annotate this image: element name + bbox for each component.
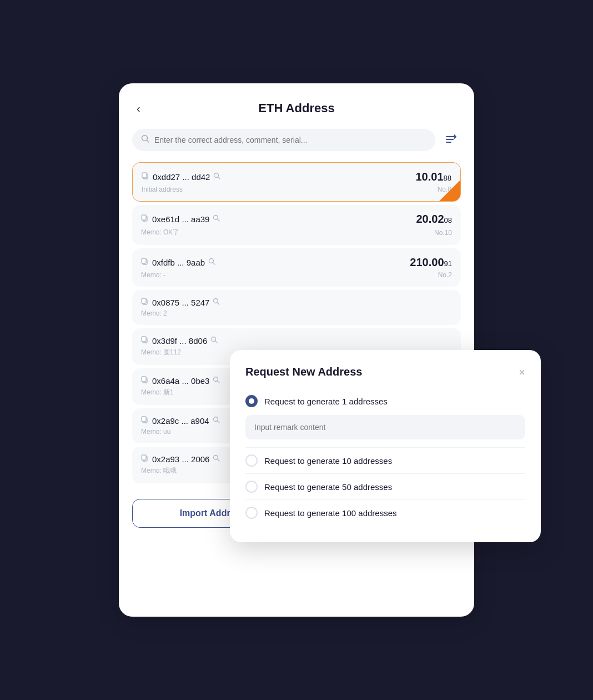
address-left: 0x6a4a ... 0be3 xyxy=(141,376,220,386)
address-item[interactable]: 0x0875 ... 5247 Memo: 2 xyxy=(132,290,461,325)
address-item-top: 0xe61d ... aa39 20.02 08 xyxy=(141,213,452,226)
option-label-0: Request to generate 1 addresses xyxy=(264,397,388,406)
address-left: 0x2a93 ... 2006 xyxy=(141,454,220,464)
address-left: 0xe61d ... aa39 xyxy=(141,214,220,224)
address-item-top: 0xdd27 ... dd42 10.01 88 xyxy=(142,171,451,183)
magnify-icon[interactable] xyxy=(213,376,220,386)
option-row[interactable]: Request to generate 1 addresses xyxy=(245,389,525,413)
modal-title: Request New Address xyxy=(245,366,362,378)
magnify-icon[interactable] xyxy=(213,416,220,426)
radio-3[interactable] xyxy=(245,507,258,519)
divider xyxy=(245,499,525,500)
memo-text: Memo: uu xyxy=(141,428,170,436)
search-row xyxy=(132,129,461,151)
address-string: 0x0875 ... 5247 xyxy=(152,298,209,307)
memo-text: Memo: 2 xyxy=(141,309,167,317)
svg-line-36 xyxy=(218,459,220,462)
address-item-bottom: Memo: 2 xyxy=(141,309,452,317)
address-number: No.2 xyxy=(438,271,452,279)
copy-icon[interactable] xyxy=(141,258,149,267)
copy-icon[interactable] xyxy=(141,416,149,426)
svg-rect-6 xyxy=(142,173,147,178)
copy-icon[interactable] xyxy=(141,336,149,346)
search-icon xyxy=(141,134,150,146)
filter-icon xyxy=(444,133,458,146)
copy-icon[interactable] xyxy=(141,376,149,386)
header: ‹ ETH Address xyxy=(132,101,461,116)
radio-2[interactable] xyxy=(245,481,258,493)
address-string: 0x3d9f ... 8d06 xyxy=(152,336,207,346)
option-row[interactable]: Request to generate 50 addresses xyxy=(245,475,525,498)
copy-icon[interactable] xyxy=(141,454,149,464)
memo-text: Memo: OK了 xyxy=(141,228,179,237)
address-number: No.10 xyxy=(434,229,452,237)
amount-small: 91 xyxy=(444,259,452,268)
main-card: ‹ ETH Address xyxy=(119,83,474,617)
svg-rect-18 xyxy=(142,298,146,303)
address-item[interactable]: 0xe61d ... aa39 20.02 08 Memo: OK了 No.10 xyxy=(132,205,461,245)
remark-input[interactable] xyxy=(245,415,525,439)
option-row[interactable]: Request to generate 10 addresses xyxy=(245,449,525,472)
magnify-icon[interactable] xyxy=(213,214,220,224)
magnify-icon[interactable] xyxy=(213,298,220,307)
memo-text: Memo: 圆112 xyxy=(141,348,181,357)
svg-line-28 xyxy=(218,381,220,383)
radio-0[interactable] xyxy=(245,395,258,407)
svg-line-24 xyxy=(215,341,218,343)
address-item[interactable]: 0xdd27 ... dd42 10.01 88 Initial address… xyxy=(132,162,461,202)
option-label-3: Request to generate 100 addresses xyxy=(264,508,397,518)
svg-line-1 xyxy=(147,141,149,143)
address-item-top: 0x0875 ... 5247 xyxy=(141,298,452,307)
svg-line-12 xyxy=(218,219,220,222)
address-left: 0xfdfb ... 9aab xyxy=(141,258,216,267)
address-item-top: 0xfdfb ... 9aab 210.00 91 xyxy=(141,256,452,269)
address-string: 0x2a93 ... 2006 xyxy=(152,454,209,464)
address-string: 0x2a9c ... a904 xyxy=(152,416,209,426)
address-item-bottom: Memo: OK了 No.10 xyxy=(141,228,452,237)
memo-text: Initial address xyxy=(142,186,183,193)
radio-1[interactable] xyxy=(245,454,258,467)
svg-line-8 xyxy=(218,177,220,179)
memo-text: Memo: 哦哦 xyxy=(141,466,177,476)
divider xyxy=(245,473,525,474)
divider xyxy=(245,447,525,448)
address-item-bottom: Initial address No.0 xyxy=(142,186,451,193)
copy-icon[interactable] xyxy=(141,298,149,307)
search-input[interactable] xyxy=(154,136,426,144)
magnify-icon[interactable] xyxy=(213,172,221,182)
magnify-icon[interactable] xyxy=(208,258,216,267)
svg-rect-26 xyxy=(142,377,146,382)
svg-rect-30 xyxy=(142,417,146,422)
amount-big: 210.00 xyxy=(410,256,444,269)
address-string: 0xe61d ... aa39 xyxy=(152,214,209,224)
filter-button[interactable] xyxy=(441,129,461,151)
address-item-top: 0x3d9f ... 8d06 xyxy=(141,336,452,346)
svg-line-32 xyxy=(217,421,219,423)
copy-icon[interactable] xyxy=(142,172,149,182)
address-left: 0x0875 ... 5247 xyxy=(141,298,220,307)
address-item[interactable]: 0xfdfb ... 9aab 210.00 91 Memo: - No.2 xyxy=(132,248,461,287)
back-button[interactable]: ‹ xyxy=(132,100,145,117)
remark-row xyxy=(245,413,525,446)
address-left: 0x2a9c ... a904 xyxy=(141,416,220,426)
close-modal-button[interactable]: × xyxy=(519,367,525,378)
svg-rect-22 xyxy=(142,337,146,342)
address-item-bottom: Memo: - No.2 xyxy=(141,271,452,279)
svg-rect-10 xyxy=(142,215,146,220)
magnify-icon[interactable] xyxy=(213,454,220,464)
svg-line-20 xyxy=(218,303,220,305)
amount-small: 08 xyxy=(444,216,452,224)
copy-icon[interactable] xyxy=(141,214,149,224)
address-left: 0x3d9f ... 8d06 xyxy=(141,336,218,346)
page-title: ETH Address xyxy=(258,101,334,116)
amount-big: 20.02 xyxy=(416,213,444,226)
address-string: 0xdd27 ... dd42 xyxy=(153,172,210,182)
memo-text: Memo: - xyxy=(141,271,165,279)
option-label-1: Request to generate 10 addresses xyxy=(264,456,392,466)
option-label-2: Request to generate 50 addresses xyxy=(264,482,392,492)
magnify-icon[interactable] xyxy=(210,336,218,346)
address-string: 0xfdfb ... 9aab xyxy=(152,258,205,267)
option-row[interactable]: Request to generate 100 addresses xyxy=(245,501,525,524)
address-string: 0x6a4a ... 0be3 xyxy=(152,376,209,386)
svg-line-16 xyxy=(213,263,215,265)
